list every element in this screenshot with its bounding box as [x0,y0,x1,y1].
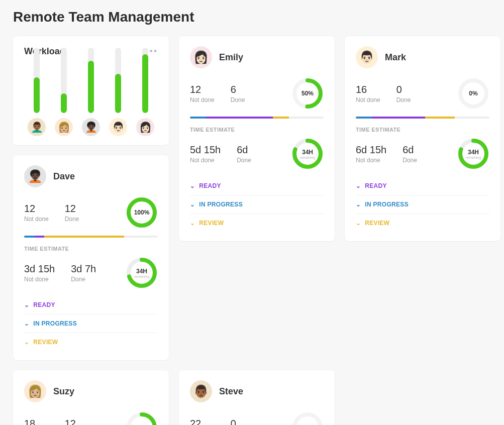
segment [35,236,44,238]
stat-not-done: 16Not done [356,84,380,103]
time-not-done: 5d 15hNot done [190,144,221,164]
member-card-dave: 🧑🏿‍🦱 Dave 12Not done 12Done 100% TIME ES… [13,155,169,360]
page-title: Remote Team Management [13,9,491,25]
avatar[interactable]: 🧑🏿‍🦱 [82,118,100,136]
chevron-down-icon: ⌄ [24,301,29,308]
workload-bar[interactable]: 👩🏼 [53,48,74,136]
stat-not-done: 18Not done [24,418,49,426]
workload-bar[interactable]: 👨🏾‍🦱 [26,48,47,136]
progress-segments [190,117,324,119]
stat-done: 0Done [231,418,245,426]
member-card-suzy: 👩🏼 Suzy 18Not done 12Done 75% TIME ESTIM… [13,370,169,425]
workload-bar[interactable]: 👨🏻 [108,48,129,136]
time-done: 6dDone [237,144,251,164]
donut-chart: 50% [291,77,324,110]
disclosure-ready[interactable]: ⌄READY [24,296,158,314]
bar-track [142,48,148,113]
chevron-down-icon: ⌄ [356,201,361,208]
member-name: Dave [53,171,75,182]
bar-fill [115,74,121,113]
segment [455,117,489,119]
avatar[interactable]: 👨🏻 [356,46,378,68]
donut-chart: 34Hremaining [457,138,489,170]
disclosure-ready[interactable]: ⌄READY [190,177,324,195]
bar-fill [61,93,67,113]
member-card-emily: 👩🏻 Emily 12Not done 6Done 50% TIME ESTIM… [179,36,335,241]
chevron-down-icon: ⌄ [356,220,361,227]
workload-bar[interactable]: 👩🏻 [135,48,156,136]
segment [24,236,35,238]
avatar[interactable]: 👨🏻 [109,118,127,136]
segment [273,117,289,119]
disclosure-review[interactable]: ⌄REVIEW [24,333,158,351]
stat-done: 12Done [65,203,79,223]
bar-fill [88,61,94,113]
member-name: Suzy [53,386,74,397]
segment [190,117,206,119]
member-card-mark: 👨🏻 Mark 16Not done 0Done 0% TIME ESTIMAT… [345,36,500,241]
disclosure-in-progress[interactable]: ⌄IN PROGRESS [24,314,158,333]
member-name: Mark [385,52,406,63]
donut-chart: 75% [126,411,158,425]
avatar[interactable]: 👩🏼 [24,380,46,402]
progress-segments [24,236,158,238]
segment [372,117,425,119]
bar-track [61,48,67,113]
dashboard-grid: Workload ••• 👨🏾‍🦱 👩🏼 🧑🏿‍🦱 👨🏻 👩🏻 🧑🏿‍🦱 [13,36,491,425]
workload-bar[interactable]: 🧑🏿‍🦱 [80,48,102,136]
workload-card: Workload ••• 👨🏾‍🦱 👩🏼 🧑🏿‍🦱 👨🏻 👩🏻 [13,36,169,145]
avatar[interactable]: 👩🏼 [55,118,73,136]
stat-done: 12Done [65,418,79,426]
member-card-steve: 👨🏾 Steve 22Not done 0Done 0% TIME ESTIMA… [179,370,335,425]
avatar[interactable]: 👩🏻 [136,118,154,136]
chevron-down-icon: ⌄ [24,339,29,346]
donut-chart: 0% [291,411,324,425]
time-done: 6dDone [402,144,417,164]
segment [356,117,372,119]
segment [44,236,125,238]
time-not-done: 6d 15hNot done [356,144,386,164]
segment [425,117,455,119]
progress-segments [356,117,489,119]
bar-fill [34,77,40,114]
chevron-down-icon: ⌄ [190,220,195,227]
member-name: Steve [219,386,243,397]
chevron-down-icon: ⌄ [190,201,195,208]
donut-chart: 100% [126,196,158,229]
segment [289,117,324,119]
time-not-done: 3d 15hNot done [24,263,55,283]
disclosure-in-progress[interactable]: ⌄IN PROGRESS [190,195,324,214]
donut-chart: 0% [457,77,489,110]
bar-track [115,48,121,113]
time-estimate-label: TIME ESTIMATE [190,127,324,133]
donut-chart: 34Hremaining [291,138,324,170]
bar-fill [142,54,148,113]
disclosure-ready[interactable]: ⌄READY [356,177,489,195]
member-name: Emily [219,52,243,63]
time-estimate-label: TIME ESTIMATE [356,127,489,133]
bar-track [88,48,94,113]
bar-track [34,48,40,113]
chevron-down-icon: ⌄ [24,320,29,327]
donut-chart: 34Hremaining [126,257,158,289]
avatar[interactable]: 👩🏻 [190,46,212,68]
segment [124,236,158,238]
disclosure-in-progress[interactable]: ⌄IN PROGRESS [356,195,489,214]
stat-not-done: 22Not done [190,418,215,426]
stat-not-done: 12Not done [190,84,215,103]
time-done: 3d 7hDone [71,263,96,283]
chevron-down-icon: ⌄ [190,182,195,189]
avatar[interactable]: 🧑🏿‍🦱 [24,165,46,187]
stat-done: 6Done [231,84,245,103]
avatar[interactable]: 👨🏾‍🦱 [28,118,46,136]
time-estimate-label: TIME ESTIMATE [24,246,158,252]
segment [206,117,273,119]
stat-not-done: 12Not done [24,203,49,223]
avatar[interactable]: 👨🏾 [190,380,212,402]
disclosure-review[interactable]: ⌄REVIEW [356,214,489,232]
chevron-down-icon: ⌄ [356,182,361,189]
workload-chart: 👨🏾‍🦱 👩🏼 🧑🏿‍🦱 👨🏻 👩🏻 [24,66,158,136]
disclosure-review[interactable]: ⌄REVIEW [190,214,324,232]
stat-done: 0Done [396,84,411,103]
